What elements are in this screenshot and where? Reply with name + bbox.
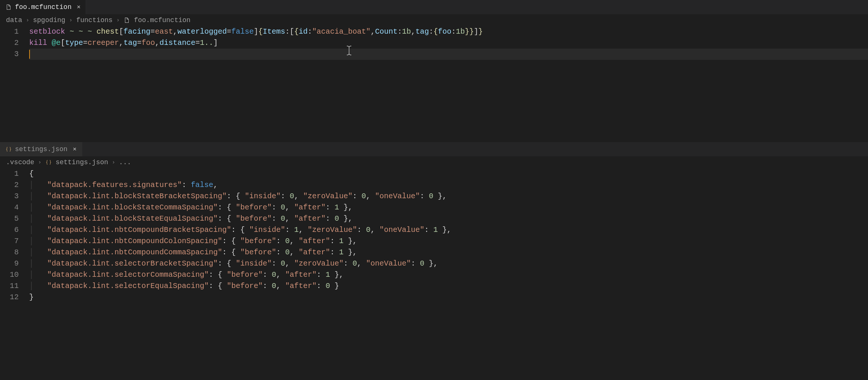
line-number: 8 [0,247,19,258]
breadcrumb-top[interactable]: data › spgoding › functions › foo.mcfunc… [0,14,868,26]
editor-pane-bottom: settings.json × .vscode › settings.json … [0,142,868,380]
code-line[interactable]: │ "datapack.lint.selectorBracketSpacing"… [29,258,868,269]
json-icon [45,159,52,166]
code-line[interactable]: │ "datapack.lint.blockStateBracketSpacin… [29,191,868,202]
breadcrumb-item[interactable]: settings.json [56,159,108,166]
line-number: 11 [0,281,19,292]
chevron-right-icon: › [69,17,73,24]
breadcrumb-bottom[interactable]: .vscode › settings.json › ... [0,156,868,168]
line-number: 10 [0,269,19,281]
tab-bar-top: foo.mcfunction × [0,0,868,14]
chevron-right-icon: › [116,17,120,24]
close-icon[interactable]: × [73,146,76,153]
line-number: 2 [0,37,19,49]
cursor [29,50,30,59]
line-number: 7 [0,236,19,247]
code-line[interactable]: } [29,292,868,303]
code-line[interactable]: │ "datapack.lint.nbtCompoundColonSpacing… [29,236,868,247]
breadcrumb-item[interactable]: foo.mcfunction [134,16,190,24]
code-line[interactable]: setblock ~ ~ ~ chest[facing=east,waterlo… [29,26,868,37]
text-cursor-icon [346,46,352,55]
code-area[interactable]: setblock ~ ~ ~ chest[facing=east,waterlo… [29,26,868,142]
tab-label: settings.json [15,145,67,153]
breadcrumb-item[interactable]: data [6,16,22,24]
file-icon [5,4,12,10]
line-number: 2 [0,180,19,191]
code-line[interactable]: kill @e[type=creeper,tag=foo,distance=1.… [29,37,868,49]
line-number: 1 [0,168,19,180]
breadcrumb-item[interactable]: .vscode [6,159,34,166]
tab-foo-mcfunction[interactable]: foo.mcfunction × [0,0,86,14]
breadcrumb-item[interactable]: functions [76,16,113,24]
code-line[interactable]: │ "datapack.lint.blockStateCommaSpacing"… [29,202,868,213]
gutter: 123456789101112 [0,168,29,380]
code-editor-top[interactable]: 1 2 3 setblock ~ ~ ~ chest[facing=east,w… [0,26,868,142]
line-number: 6 [0,224,19,236]
code-line[interactable]: { [29,168,868,180]
tab-bar-bottom: settings.json × [0,142,868,156]
gutter: 1 2 3 [0,26,29,142]
code-line[interactable]: │ "datapack.features.signatures": false, [29,180,868,191]
line-number: 9 [0,258,19,269]
chevron-right-icon: › [38,159,42,166]
code-line[interactable]: │ "datapack.lint.blockStateEqualSpacing"… [29,213,868,224]
code-area[interactable]: {│ "datapack.features.signatures": false… [29,168,868,380]
code-editor-bottom[interactable]: 123456789101112 {│ "datapack.features.si… [0,168,868,380]
tab-settings-json[interactable]: settings.json × [0,142,82,156]
code-line[interactable]: │ "datapack.lint.nbtCompoundBracketSpaci… [29,224,868,236]
line-number: 3 [0,191,19,202]
line-number: 5 [0,213,19,224]
line-number: 12 [0,292,19,303]
tab-label: foo.mcfunction [15,3,71,11]
code-line[interactable]: │ "datapack.lint.selectorEqualSpacing": … [29,281,868,292]
close-icon[interactable]: × [77,4,80,11]
code-line[interactable]: │ "datapack.lint.nbtCompoundCommaSpacing… [29,247,868,258]
breadcrumb-item[interactable]: ... [119,159,131,166]
file-icon [123,17,130,24]
code-line-current[interactable] [29,49,868,60]
editor-pane-top: foo.mcfunction × data › spgoding › funct… [0,0,868,142]
line-number: 3 [0,49,19,60]
json-icon [5,146,12,153]
chevron-right-icon: › [112,159,115,166]
line-number: 4 [0,202,19,213]
code-line[interactable]: │ "datapack.lint.selectorCommaSpacing": … [29,269,868,281]
chevron-right-icon: › [26,17,29,24]
line-number: 1 [0,26,19,37]
breadcrumb-item[interactable]: spgoding [33,16,65,24]
